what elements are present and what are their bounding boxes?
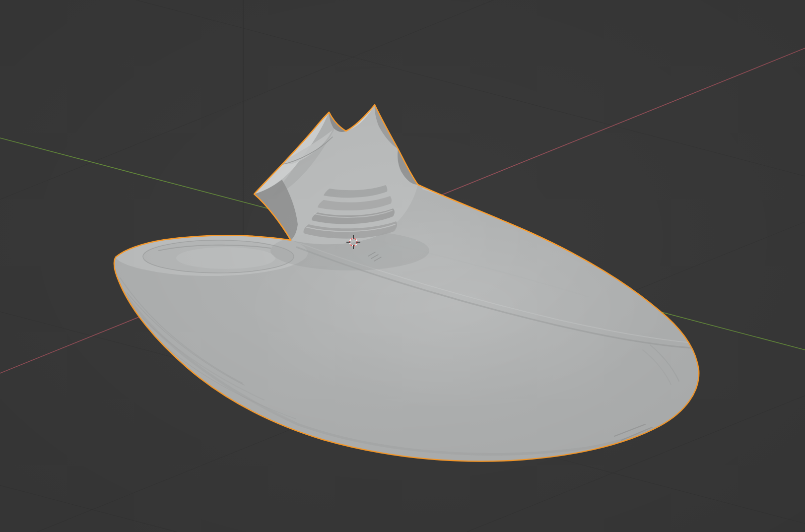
3d-viewport[interactable] <box>0 0 805 532</box>
terrace-inner-disc <box>176 247 275 269</box>
